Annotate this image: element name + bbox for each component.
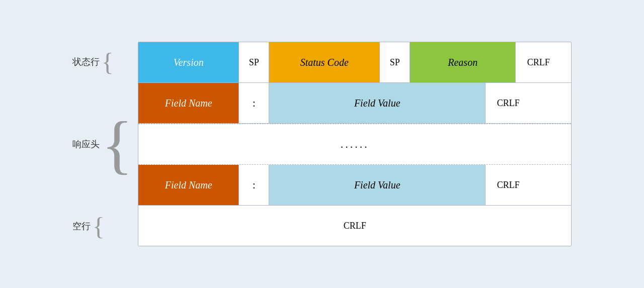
reason-cell: Reason [410,42,516,82]
header-row-2: Field Name : Field Value CRLF [138,165,571,206]
colon-1-cell: : [239,83,269,123]
sp1-cell: SP [239,42,269,82]
field-name-1-cell: Field Name [138,83,239,123]
header-row-1: Field Name : Field Value CRLF [138,83,571,124]
dots-cell: ...... [138,124,571,164]
response-header-label: 响应头 [72,138,100,150]
status-code-cell: Status Code [269,42,380,82]
empty-line-label: 空行 [72,220,91,232]
status-line-row: Version SP Status Code SP Reason CRLF [138,42,571,83]
status-line-brace: { [102,49,114,74]
status-line-label-group: 状态行 { [72,42,133,82]
dots-row: ...... [138,124,571,165]
crlf1-cell: CRLF [516,42,561,82]
field-value-2-cell: Field Value [269,165,486,205]
empty-line-label-group: 空行 { [72,206,133,246]
empty-line-row: CRLF [138,206,571,246]
colon-2-cell: : [239,165,269,205]
empty-line-brace: { [93,214,105,239]
main-table: Version SP Status Code SP Reason CRLF Fi… [138,42,572,246]
left-labels: 状态行 { 响应头 { 空行 { [72,42,138,246]
status-line-label: 状态行 [72,56,100,68]
response-header-label-group: 响应头 { [72,84,133,205]
empty-crlf-cell: CRLF [138,206,571,246]
field-value-1-cell: Field Value [269,83,486,123]
sp2-cell: SP [380,42,410,82]
crlf3-cell: CRLF [486,165,531,205]
response-header-brace: { [102,112,133,177]
crlf2-cell: CRLF [486,83,531,123]
diagram-container: 状态行 { 响应头 { 空行 { Version SP Status Code [72,42,572,246]
field-name-2-cell: Field Name [138,165,239,205]
version-cell: Version [138,42,239,82]
